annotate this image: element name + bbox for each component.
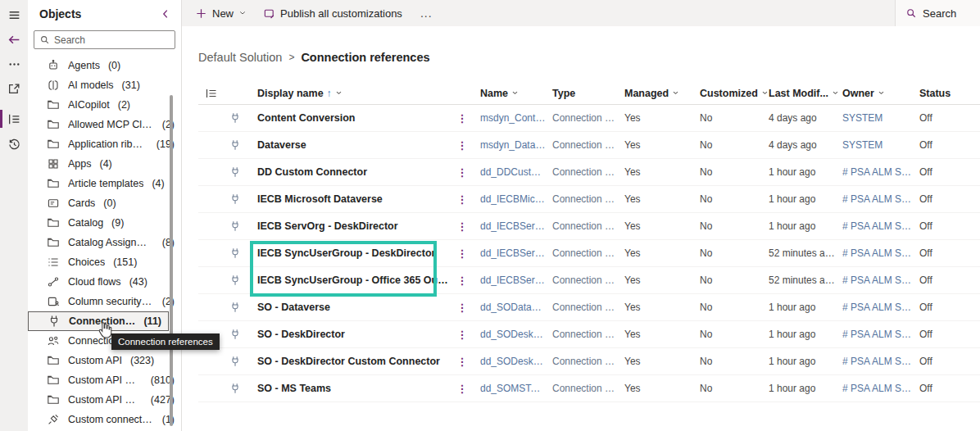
name-cell[interactable]: dd_IECBServOrg... <box>474 220 546 232</box>
row-more-commands-icon[interactable]: ⋮ <box>451 112 474 125</box>
search-icon <box>39 34 50 45</box>
owner-cell: # PSA ALM Servi... <box>836 274 913 286</box>
display-name-cell[interactable]: IECB SyncUserGroup - DeskDirector <box>251 247 451 259</box>
owner-cell: # PSA ALM Servi... <box>836 220 913 232</box>
sidebar-item[interactable]: AI models (31) <box>28 75 181 95</box>
sidebar-item[interactable]: Article templates (4) <box>28 174 181 193</box>
customized-cell: No <box>693 356 762 367</box>
column-header-name[interactable]: Name <box>474 88 546 99</box>
table-row[interactable]: IECB ServOrg - DeskDirector ⋮ dd_IECBSer… <box>198 213 980 240</box>
sidebar-search[interactable] <box>34 30 175 49</box>
row-more-commands-icon[interactable]: ⋮ <box>451 274 474 287</box>
column-header-last-modified[interactable]: Last Modif... <box>762 88 836 99</box>
display-name-cell[interactable]: Dataverse <box>251 139 451 151</box>
sidebar-item[interactable]: Cards (0) <box>28 193 181 213</box>
global-search-button[interactable]: Search <box>895 0 980 26</box>
type-cell: Connection Refe... <box>546 383 618 394</box>
name-cell[interactable]: dd_IECBServOrg... <box>474 274 546 286</box>
row-more-commands-icon[interactable]: ⋮ <box>451 220 474 233</box>
back-arrow-icon[interactable] <box>0 28 28 51</box>
table-row[interactable]: IECB Microsoft Dataverse ⋮ dd_IECBMicros… <box>198 186 980 213</box>
display-name-cell[interactable]: IECB Microsoft Dataverse <box>251 193 451 205</box>
table-row[interactable]: Dataverse ⋮ msdyn_Dataverse Connection R… <box>198 132 980 159</box>
objects-tree-icon[interactable] <box>0 107 28 130</box>
hamburger-menu-icon[interactable] <box>0 3 28 26</box>
card-icon <box>47 197 60 210</box>
name-cell[interactable]: msdyn_ContentC... <box>474 112 546 124</box>
people-icon <box>47 334 60 347</box>
type-cell: Connection Refe... <box>546 166 618 178</box>
name-cell[interactable]: dd_SODataverse <box>474 302 546 313</box>
publish-all-button[interactable]: Publish all customizations <box>255 0 411 26</box>
column-header-status[interactable]: Status <box>913 88 980 99</box>
name-cell[interactable]: dd_SODeskDirec... <box>474 356 546 367</box>
breadcrumb-separator-icon: > <box>288 52 294 63</box>
table-row[interactable]: SO - DeskDirector ⋮ dd_SODeskDirec... Co… <box>198 321 980 348</box>
sidebar-scrollbar[interactable] <box>170 95 173 426</box>
sidebar-item[interactable]: Application ribbons (19) <box>28 134 181 154</box>
row-more-commands-icon[interactable]: ⋮ <box>451 356 474 368</box>
sidebar-item[interactable]: Choices (151) <box>28 252 181 272</box>
breadcrumb-parent[interactable]: Default Solution <box>198 51 282 64</box>
sidebar-item[interactable]: Catalog Assignment (8) <box>28 233 181 252</box>
display-name-cell[interactable]: IECB ServOrg - DeskDirector <box>251 220 451 232</box>
display-name-cell[interactable]: Content Conversion <box>251 112 451 124</box>
column-header-customized[interactable]: Customized <box>693 88 762 99</box>
sidebar-item[interactable]: Custom API Respo... (427) <box>28 390 181 410</box>
collapse-sidebar-icon[interactable] <box>160 8 171 20</box>
table-row[interactable]: SO - MS Teams ⋮ dd_SOMSTeams Connection … <box>198 375 980 402</box>
name-cell[interactable]: dd_SOMSTeams <box>474 383 546 394</box>
sidebar-item[interactable]: Custom API (323) <box>28 351 181 370</box>
row-more-commands-icon[interactable]: ⋮ <box>451 329 474 341</box>
table-row[interactable]: DD Custom Connector ⋮ dd_DDCustomCo... C… <box>198 159 980 186</box>
name-cell[interactable]: dd_IECBServOrg... <box>474 247 546 259</box>
folder-icon <box>47 177 60 190</box>
managed-cell: Yes <box>618 220 693 232</box>
table-row[interactable]: IECB SyncUserGroup - DeskDirector ⋮ dd_I… <box>198 240 980 267</box>
connection-reference-icon <box>229 139 241 151</box>
name-cell[interactable]: dd_SODeskDirec... <box>474 329 546 340</box>
sidebar-item[interactable]: Catalog (9) <box>28 213 181 233</box>
display-name-cell[interactable]: SO - DeskDirector Custom Connector <box>251 356 451 367</box>
last-modified-cell: 1 hour ago <box>762 302 836 313</box>
display-name-cell[interactable]: SO - DeskDirector <box>251 329 451 340</box>
sidebar-search-input[interactable] <box>54 34 170 46</box>
status-cell: Off <box>913 112 980 124</box>
sidebar-item[interactable]: Agents (0) <box>28 56 181 75</box>
last-modified-cell: 4 days ago <box>762 112 836 124</box>
display-name-cell[interactable]: DD Custom Connector <box>251 166 451 178</box>
sidebar-item[interactable]: Column security prof... (2) <box>28 292 181 311</box>
sidebar-item[interactable]: AICopilot (2) <box>28 95 181 115</box>
display-name-cell[interactable]: SO - MS Teams <box>251 383 451 394</box>
new-button[interactable]: New <box>187 0 255 26</box>
sidebar-item[interactable]: Apps (4) <box>28 154 181 174</box>
column-header-owner[interactable]: Owner <box>836 88 913 99</box>
sidebar-item[interactable]: Custom API Reque... (810) <box>28 370 181 390</box>
column-header-managed[interactable]: Managed <box>618 88 693 99</box>
name-cell[interactable]: msdyn_Dataverse <box>474 139 546 151</box>
table-row[interactable]: IECB SyncUserGroup - Office 365 Outlook … <box>198 267 980 294</box>
sidebar-item[interactable]: Custom connectors (1) <box>28 410 181 429</box>
column-header-type[interactable]: Type <box>546 88 618 99</box>
select-all-column[interactable] <box>198 87 251 100</box>
display-name-cell[interactable]: SO - Dataverse <box>251 302 451 313</box>
name-cell[interactable]: dd_DDCustomCo... <box>474 166 546 178</box>
more-options-icon[interactable] <box>0 52 28 75</box>
open-in-new-icon[interactable] <box>0 77 28 100</box>
table-row[interactable]: SO - Dataverse ⋮ dd_SODataverse Connecti… <box>198 294 980 321</box>
row-more-commands-icon[interactable]: ⋮ <box>451 247 474 260</box>
more-commands-button[interactable]: ... <box>411 0 442 26</box>
table-row[interactable]: SO - DeskDirector Custom Connector ⋮ dd_… <box>198 348 980 375</box>
sidebar-item[interactable]: Allowed MCP Client (2) <box>28 115 181 134</box>
row-more-commands-icon[interactable]: ⋮ <box>451 302 474 314</box>
row-more-commands-icon[interactable]: ⋮ <box>451 193 474 206</box>
display-name-cell[interactable]: IECB SyncUserGroup - Office 365 Outlook <box>251 274 451 286</box>
row-more-commands-icon[interactable]: ⋮ <box>451 166 474 179</box>
row-more-commands-icon[interactable]: ⋮ <box>451 383 474 395</box>
sidebar-item[interactable]: Cloud flows (43) <box>28 272 181 292</box>
column-header-display-name[interactable]: Display name ↑ <box>251 88 451 99</box>
name-cell[interactable]: dd_IECBMicrosof... <box>474 193 546 205</box>
row-more-commands-icon[interactable]: ⋮ <box>451 139 474 152</box>
table-row[interactable]: Content Conversion ⋮ msdyn_ContentC... C… <box>198 105 980 132</box>
history-icon[interactable] <box>0 133 28 156</box>
